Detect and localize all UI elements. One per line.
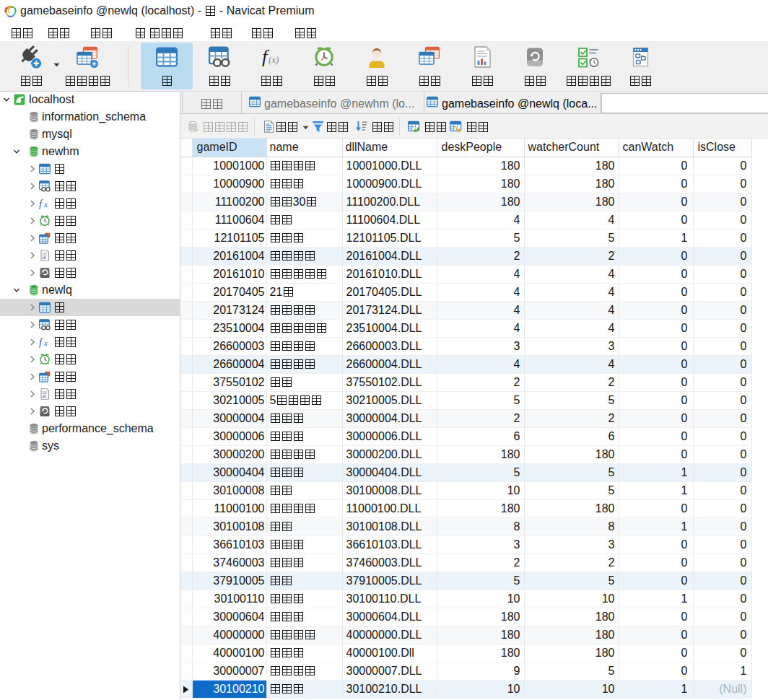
- svg-text:x: x: [43, 200, 48, 209]
- svg-text:f: f: [39, 336, 43, 348]
- svg-text:x: x: [43, 338, 48, 347]
- svg-text:f: f: [39, 198, 43, 209]
- svg-text:(x): (x): [269, 54, 279, 65]
